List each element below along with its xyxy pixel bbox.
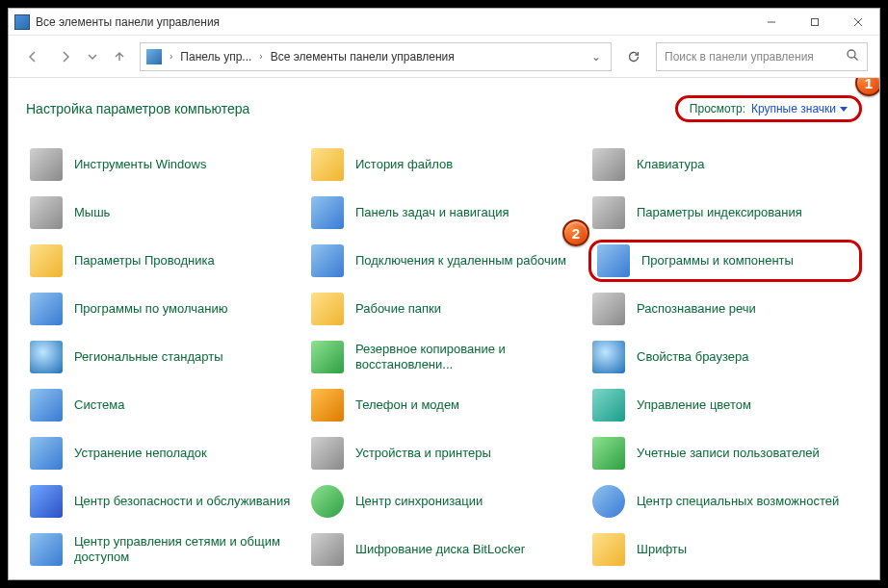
keyboard-icon — [592, 148, 625, 181]
breadcrumb-item[interactable]: Панель упр... — [180, 50, 251, 64]
ease-of-access-icon — [592, 485, 625, 518]
close-button[interactable] — [836, 9, 879, 36]
item-phone-modem[interactable]: Телефон и модем — [307, 384, 581, 426]
indexing-icon — [592, 196, 625, 229]
search-input[interactable]: Поиск в панели управления — [656, 42, 868, 71]
backup-icon — [311, 341, 344, 373]
sync-icon — [311, 485, 344, 518]
fonts-icon — [592, 533, 625, 566]
items-grid: Инструменты Windows История файлов Клави… — [26, 143, 862, 571]
file-history-icon — [311, 148, 344, 181]
item-work-folders[interactable]: Рабочие папки — [307, 288, 581, 330]
region-icon — [30, 341, 63, 373]
back-button[interactable] — [20, 44, 45, 69]
page-heading: Настройка параметров компьютера — [26, 101, 249, 116]
user-accounts-icon — [592, 437, 625, 470]
address-dropdown-icon[interactable]: ⌄ — [588, 50, 605, 64]
remote-desktop-icon — [311, 244, 344, 277]
search-placeholder: Поиск в панели управления — [665, 50, 846, 64]
bitlocker-icon — [311, 533, 344, 566]
chevron-right-icon[interactable]: › — [166, 51, 176, 62]
dropdown-icon — [840, 107, 848, 112]
minimize-button[interactable] — [749, 9, 793, 36]
tools-icon — [30, 148, 63, 181]
item-network-sharing-center[interactable]: Центр управления сетями и общим доступом — [26, 528, 300, 571]
item-devices-printers[interactable]: Устройства и принтеры — [307, 432, 581, 474]
item-backup-restore[interactable]: Резервное копирование и восстановлени... — [307, 336, 581, 378]
forward-button[interactable] — [53, 44, 78, 69]
view-by-label: Просмотр: — [690, 102, 745, 115]
devices-printers-icon — [311, 437, 344, 470]
default-programs-icon — [30, 293, 63, 325]
item-keyboard[interactable]: Клавиатура — [588, 143, 862, 186]
content-area: Настройка параметров компьютера 1 Просмо… — [9, 78, 879, 579]
up-button[interactable] — [107, 44, 132, 69]
taskbar-icon — [311, 196, 344, 229]
programs-icon — [597, 244, 630, 277]
color-management-icon — [592, 389, 625, 422]
microphone-icon — [592, 293, 625, 325]
item-internet-options[interactable]: Свойства браузера — [588, 336, 862, 378]
search-icon — [846, 48, 859, 64]
item-bitlocker[interactable]: Шифрование диска BitLocker — [307, 528, 581, 571]
troubleshooting-icon — [30, 437, 63, 470]
flag-icon — [30, 485, 63, 518]
item-mouse[interactable]: Мышь — [26, 192, 300, 234]
item-indexing-options[interactable]: Параметры индексирования — [588, 192, 862, 234]
item-programs-and-features[interactable]: 2 Программы и компоненты — [588, 240, 862, 282]
item-region[interactable]: Региональные стандарты — [26, 336, 300, 378]
item-system[interactable]: Система — [26, 384, 300, 426]
item-remote-desktop[interactable]: Подключения к удаленным рабочим — [307, 240, 581, 282]
phone-modem-icon — [311, 389, 344, 422]
internet-options-icon — [592, 341, 625, 373]
view-by-selector[interactable]: 1 Просмотр: Крупные значки — [675, 95, 862, 122]
svg-point-4 — [848, 50, 855, 58]
callout-2: 2 — [562, 219, 589, 246]
item-taskbar-navigation[interactable]: Панель задач и навигация — [307, 192, 581, 234]
item-troubleshooting[interactable]: Устранение неполадок — [26, 432, 300, 474]
item-security-maintenance[interactable]: Центр безопасности и обслуживания — [26, 480, 300, 523]
mouse-icon — [30, 196, 63, 229]
svg-rect-1 — [811, 18, 818, 25]
item-ease-of-access[interactable]: Центр специальных возможностей — [588, 480, 862, 523]
network-icon — [30, 533, 63, 566]
item-color-management[interactable]: Управление цветом — [588, 384, 862, 426]
view-by-value[interactable]: Крупные значки — [751, 102, 848, 115]
titlebar: Все элементы панели управления — [9, 9, 879, 36]
recent-locations-button[interactable] — [86, 44, 99, 69]
item-windows-tools[interactable]: Инструменты Windows — [26, 143, 300, 186]
work-folders-icon — [311, 293, 344, 325]
svg-line-5 — [854, 57, 858, 61]
item-user-accounts[interactable]: Учетные записи пользователей — [588, 432, 862, 474]
item-fonts[interactable]: Шрифты — [588, 528, 862, 571]
address-bar-icon — [146, 49, 162, 64]
address-bar[interactable]: › Панель упр... › Все элементы панели уп… — [140, 42, 612, 71]
item-speech-recognition[interactable]: Распознавание речи — [588, 288, 862, 330]
refresh-button[interactable] — [619, 42, 648, 71]
breadcrumb-item[interactable]: Все элементы панели управления — [271, 50, 455, 64]
callout-1: 1 — [855, 78, 879, 96]
control-panel-window: Все элементы панели управления › Панель … — [8, 8, 880, 580]
item-explorer-options[interactable]: Параметры Проводника — [26, 240, 300, 282]
maximize-button[interactable] — [793, 9, 836, 36]
folder-options-icon — [30, 244, 63, 277]
control-panel-icon — [14, 14, 30, 30]
chevron-right-icon[interactable]: › — [255, 51, 266, 62]
item-file-history[interactable]: История файлов — [307, 143, 581, 186]
system-icon — [30, 389, 63, 422]
window-title: Все элементы панели управления — [36, 15, 220, 29]
item-default-programs[interactable]: Программы по умолчанию — [26, 288, 300, 330]
item-sync-center[interactable]: Центр синхронизации — [307, 480, 581, 523]
navbar: › Панель упр... › Все элементы панели уп… — [9, 36, 879, 78]
